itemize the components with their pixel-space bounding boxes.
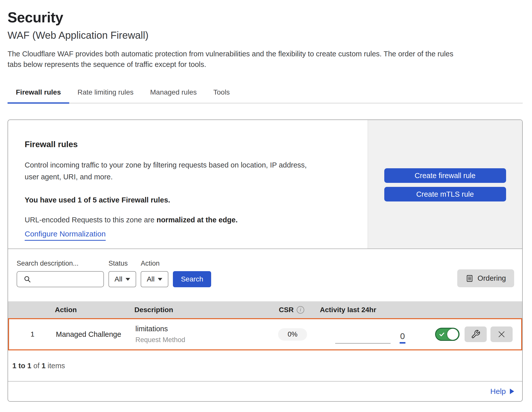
page-subtitle: WAF (Web Application Firewall)	[8, 30, 523, 41]
pagination-items: items	[48, 362, 65, 370]
create-firewall-rule-button[interactable]: Create firewall rule	[384, 168, 506, 183]
row-action: Managed Challenge	[56, 330, 135, 339]
page-description: The Cloudflare WAF provides both automat…	[8, 49, 523, 70]
check-icon	[439, 331, 445, 338]
action-dropdown[interactable]: All	[141, 271, 168, 287]
search-description-label: Search description...	[17, 260, 104, 267]
status-label: Status	[108, 260, 136, 267]
configure-normalization-link[interactable]: Configure Normalization	[25, 230, 106, 241]
usage-text: You have used 1 of 5 active Firewall rul…	[25, 196, 358, 204]
row-csr: 0%	[264, 328, 321, 341]
wrench-icon	[471, 329, 480, 339]
rule-enabled-toggle[interactable]	[435, 328, 460, 341]
row-activity: 0	[321, 325, 406, 344]
card-footer: Help	[8, 382, 522, 401]
row-description: limitations Request Method	[135, 325, 264, 344]
filter-bar: Search description... Status All	[8, 249, 522, 301]
panel-body-line1: Control incoming traffic to your zone by…	[25, 159, 358, 171]
activity-sparkline	[335, 333, 391, 344]
normalization-bold: normalized at the edge.	[157, 216, 238, 224]
panel-body: Control incoming traffic to your zone by…	[25, 159, 358, 183]
csr-badge: 0%	[278, 328, 307, 341]
chevron-down-icon	[158, 278, 162, 281]
help-link-label: Help	[490, 387, 506, 396]
rule-description-link[interactable]: limitations	[135, 325, 264, 333]
status-filter-group: Status All	[108, 260, 136, 287]
panel-heading: Firewall rules	[25, 140, 358, 149]
status-dropdown-value: All	[115, 275, 122, 283]
tab-tools[interactable]: Tools	[205, 83, 238, 104]
pagination-of: of	[33, 362, 40, 370]
toggle-knob	[447, 329, 458, 340]
tab-managed-rules[interactable]: Managed rules	[142, 83, 205, 104]
search-input[interactable]	[35, 275, 103, 283]
ordering-button[interactable]: Ordering	[457, 269, 514, 287]
csr-header-label: CSR	[279, 306, 294, 314]
tab-firewall-rules[interactable]: Firewall rules	[8, 83, 69, 104]
ordering-button-label: Ordering	[478, 274, 506, 282]
search-description-group: Search description...	[17, 260, 104, 287]
delete-rule-button[interactable]	[490, 326, 513, 342]
status-dropdown[interactable]: All	[108, 271, 136, 287]
col-header-description: Description	[134, 306, 263, 314]
action-label: Action	[141, 260, 168, 267]
normalization-text: URL-encoded Requests to this zone are no…	[25, 216, 358, 224]
list-icon	[466, 274, 474, 282]
pagination: 1 to 1 of 1 items	[8, 350, 522, 382]
info-icon[interactable]: i	[297, 306, 304, 314]
search-button[interactable]: Search	[173, 271, 211, 287]
row-controls	[406, 326, 521, 342]
page-title: Security	[8, 9, 523, 26]
col-header-csr: CSR i	[263, 306, 320, 314]
table-header: Action Description CSR i Activity last 2…	[8, 301, 522, 318]
firewall-rules-intro-section: Firewall rules Control incoming traffic …	[8, 120, 522, 249]
rule-expression: Request Method	[135, 336, 264, 344]
arrow-right-icon	[510, 389, 514, 394]
pagination-range: 1 to 1	[12, 362, 31, 370]
create-actions-panel: Create firewall rule Create mTLS rule	[368, 120, 522, 249]
search-box[interactable]	[17, 271, 104, 287]
tab-rate-limiting-rules[interactable]: Rate limiting rules	[69, 83, 142, 104]
create-mtls-rule-button[interactable]: Create mTLS rule	[384, 187, 506, 201]
col-header-action: Action	[55, 306, 134, 314]
page-description-line2: tabs below represents the sequence of tr…	[8, 59, 523, 70]
waf-tab-bar: Firewall rules Rate limiting rules Manag…	[8, 83, 523, 103]
row-priority: 1	[9, 330, 56, 338]
firewall-rules-intro-text: Firewall rules Control incoming traffic …	[8, 120, 368, 249]
action-dropdown-value: All	[147, 275, 155, 283]
security-waf-page: Security WAF (Web Application Firewall) …	[0, 0, 532, 402]
col-header-activity: Activity last 24hr	[320, 306, 405, 314]
activity-count-link[interactable]: 0	[400, 332, 405, 344]
search-icon	[24, 275, 31, 283]
close-icon	[497, 330, 506, 339]
panel-body-line2: user agent, URI, and more.	[25, 171, 358, 183]
page-description-line1: The Cloudflare WAF provides both automat…	[8, 49, 523, 59]
help-link[interactable]: Help	[490, 387, 514, 396]
edit-rule-button[interactable]	[465, 326, 487, 342]
pagination-total: 1	[42, 362, 46, 370]
firewall-rules-card: Firewall rules Control incoming traffic …	[8, 119, 523, 402]
table-row: 1 Managed Challenge limitations Request …	[8, 318, 522, 350]
normalization-prefix: URL-encoded Requests to this zone are	[25, 216, 157, 224]
action-filter-group: Action All	[141, 260, 168, 287]
chevron-down-icon	[126, 278, 130, 281]
